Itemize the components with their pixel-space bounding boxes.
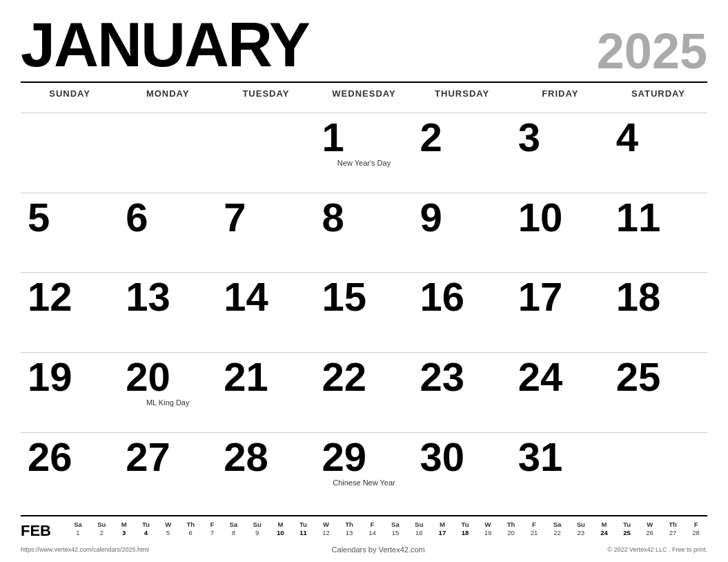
- day-number: 11: [616, 197, 661, 238]
- day-number: 30: [420, 437, 465, 477]
- mini-day-number: 3: [113, 528, 134, 537]
- mini-day-header: Sa: [66, 521, 90, 528]
- day-header: SATURDAY: [609, 84, 707, 113]
- empty-cell: [21, 113, 119, 193]
- footer-center: Calendars by Vertex42.com: [332, 545, 425, 554]
- footer-url: https://www.vertex42.com/calendars/2025.…: [21, 546, 149, 553]
- mini-day-number: 25: [616, 528, 638, 537]
- holiday-label: Chinese New Year: [322, 478, 406, 487]
- day-number: 27: [126, 437, 170, 477]
- day-cell: 13: [119, 272, 217, 352]
- day-cell: 10: [511, 193, 609, 273]
- day-cell: 30: [413, 432, 511, 512]
- calendar-grid: SUNDAYMONDAYTUESDAYWEDNESDAYTHURSDAYFRID…: [21, 84, 707, 512]
- day-number: 17: [518, 277, 563, 317]
- mini-day-number: 5: [157, 528, 179, 537]
- mini-day-header: Th: [500, 521, 523, 528]
- day-number: 5: [28, 197, 50, 238]
- mini-day-number: 13: [337, 528, 361, 537]
- day-number: 21: [224, 357, 268, 397]
- mini-day-header: Su: [407, 521, 431, 528]
- mini-day-header: M: [113, 521, 134, 528]
- day-number: 3: [518, 117, 540, 157]
- header-row: JANUARY 2025: [21, 14, 707, 76]
- empty-cell: [217, 113, 315, 193]
- mini-day-number: 14: [361, 528, 384, 537]
- footer-row: https://www.vertex42.com/calendars/2025.…: [21, 543, 707, 555]
- mini-day-number: 6: [179, 528, 202, 537]
- mini-day-header: F: [523, 521, 546, 528]
- day-number: 18: [616, 277, 661, 317]
- mini-day-number: 28: [685, 528, 707, 537]
- mini-day-number: 15: [384, 528, 407, 537]
- mini-day-number: 16: [407, 528, 431, 537]
- day-number: 12: [28, 277, 72, 317]
- mini-day-header: Tu: [292, 521, 315, 528]
- day-header: WEDNESDAY: [315, 84, 413, 113]
- day-number: 8: [322, 197, 344, 238]
- day-number: 16: [420, 277, 465, 317]
- day-cell: 22: [315, 352, 413, 432]
- day-cell: 17: [511, 272, 609, 352]
- mini-day-header: Tu: [135, 521, 157, 528]
- day-cell: 9: [413, 193, 511, 273]
- empty-cell: [119, 113, 217, 193]
- mini-day-number: 7: [202, 528, 222, 537]
- day-number: 13: [126, 277, 170, 317]
- mini-day-number: 27: [661, 528, 685, 537]
- mini-day-header: W: [157, 521, 179, 528]
- day-cell: 3: [511, 113, 609, 193]
- day-number: 23: [420, 357, 465, 397]
- day-header: FRIDAY: [511, 84, 609, 113]
- mini-day-header: Sa: [384, 521, 407, 528]
- mini-day-number: 18: [453, 528, 476, 537]
- day-number: 14: [224, 277, 268, 317]
- mini-day-header: Sa: [222, 521, 245, 528]
- mini-day-header: M: [269, 521, 292, 528]
- holiday-label: New Year's Day: [322, 159, 406, 167]
- year-title: 2025: [597, 26, 707, 76]
- empty-cell: [609, 432, 707, 512]
- day-header: MONDAY: [119, 84, 217, 113]
- holiday-label: ML King Day: [126, 398, 210, 407]
- day-number: 29: [322, 437, 366, 477]
- day-number: 20: [126, 357, 170, 397]
- mini-day-header: Su: [569, 521, 593, 528]
- day-header: SUNDAY: [21, 84, 119, 113]
- day-number: 22: [322, 357, 366, 397]
- month-title: JANUARY: [21, 14, 309, 76]
- day-number: 25: [616, 357, 661, 397]
- day-number: 7: [224, 197, 246, 238]
- day-cell: 12: [21, 272, 119, 352]
- day-cell: 28: [217, 432, 315, 512]
- header-divider: [21, 81, 707, 83]
- mini-calendar-section: FEB SaSuMTuWThFSaSuMTuWThFSaSuMTuWThFSaS…: [21, 515, 707, 543]
- mini-day-number: 1: [66, 528, 90, 537]
- mini-day-number: 17: [431, 528, 453, 537]
- calendar-container: JANUARY 2025 SUNDAYMONDAYTUESDAYWEDNESDA…: [0, 0, 728, 562]
- day-number: 9: [420, 197, 442, 238]
- mini-day-header: W: [638, 521, 661, 528]
- mini-day-number: 23: [569, 528, 593, 537]
- day-cell: 1New Year's Day: [315, 113, 413, 193]
- day-cell: 18: [609, 272, 707, 352]
- day-cell: 16: [413, 272, 511, 352]
- mini-day-number: 19: [477, 528, 500, 537]
- mini-month-label: FEB: [21, 522, 55, 540]
- day-number: 28: [224, 437, 268, 477]
- mini-calendar: SaSuMTuWThFSaSuMTuWThFSaSuMTuWThFSaSuMTu…: [66, 521, 707, 537]
- day-number: 2: [420, 117, 442, 157]
- day-cell: 14: [217, 272, 315, 352]
- day-cell: 19: [21, 352, 119, 432]
- footer-copyright: © 2022 Vertex42 LLC . Free to print.: [607, 546, 707, 553]
- day-number: 31: [518, 437, 563, 477]
- day-cell: 31: [511, 432, 609, 512]
- mini-day-number: 26: [638, 528, 661, 537]
- mini-day-number: 9: [245, 528, 269, 537]
- day-cell: 8: [315, 193, 413, 273]
- day-cell: 23: [413, 352, 511, 432]
- day-header: TUESDAY: [217, 84, 315, 113]
- day-cell: 6: [119, 193, 217, 273]
- mini-day-number: 4: [135, 528, 157, 537]
- day-cell: 27: [119, 432, 217, 512]
